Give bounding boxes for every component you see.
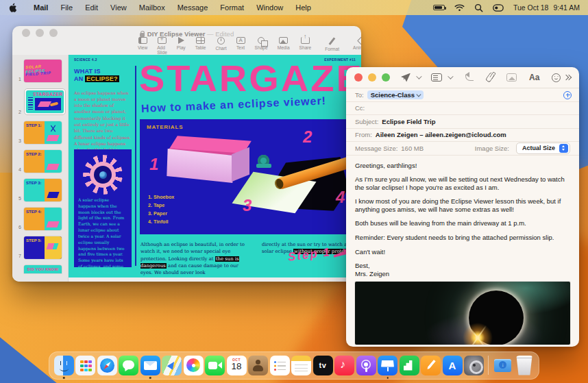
dock-item-finder[interactable] — [53, 355, 74, 375]
chart-icon — [217, 37, 225, 45]
menubar-time[interactable]: 9:41 AM — [553, 3, 580, 12]
dock-item-keynote[interactable] — [378, 355, 398, 375]
slide-3-thumbnail[interactable]: STEP 1: — [24, 121, 62, 144]
downloads-folder-icon — [493, 356, 513, 375]
finder-icon — [54, 356, 74, 375]
slide-canvas[interactable]: SCIENCE 4.2 EXPERIMENT #11 WHAT IS AN EC… — [69, 55, 361, 277]
dock-item-trash[interactable] — [514, 355, 535, 375]
from-label: From: — [355, 131, 372, 138]
slide-thumbnail-row: 3 STEP 1: — [12, 121, 68, 144]
dock-item-music[interactable] — [334, 355, 355, 375]
recipient-token[interactable]: Science-Class — [367, 90, 424, 100]
menu-mailbox[interactable]: Mailbox — [133, 3, 171, 12]
format-icon[interactable]: Aa — [529, 73, 539, 82]
dock-item-podcasts[interactable] — [356, 355, 376, 375]
emoji-icon[interactable] — [552, 73, 561, 82]
toolbar-view-button[interactable]: View — [133, 36, 152, 51]
toolbar-text-button[interactable]: Text — [232, 36, 250, 51]
add-recipient-button[interactable] — [563, 91, 572, 99]
slide-5-thumbnail[interactable]: STEP 3: — [24, 179, 62, 201]
image-size-label: Image Size: — [475, 145, 509, 152]
slide-7-thumbnail[interactable]: STEP 5: — [24, 236, 62, 259]
dock-item-pages[interactable] — [421, 355, 441, 375]
body-paragraph: I know most of you are doing the Eclipse… — [355, 197, 570, 213]
toolbar-table-button[interactable]: Table — [191, 36, 211, 51]
menu-view[interactable]: View — [104, 3, 133, 12]
dock-item-settings[interactable] — [464, 355, 485, 375]
dock-item-numbers[interactable] — [399, 355, 419, 375]
zoom-button[interactable] — [382, 73, 390, 82]
appletv-label: tv — [319, 361, 327, 369]
dock-item-calendar[interactable]: OCT 18 — [226, 355, 247, 375]
battery-icon[interactable] — [433, 5, 445, 10]
menu-help[interactable]: Help — [289, 3, 317, 12]
subject-label: Subject: — [355, 118, 378, 125]
eclipse-photo-attachment[interactable] — [355, 282, 570, 345]
menu-window[interactable]: Window — [250, 3, 289, 12]
from-field-row[interactable]: From: Aileen Zeigen – aileen.zeigen@iclo… — [346, 129, 579, 143]
menubar-date[interactable]: Tue Oct 18 — [513, 3, 549, 12]
menu-file[interactable]: File — [54, 3, 79, 12]
header-fields-chevron-icon[interactable] — [448, 73, 453, 79]
reply-icon[interactable] — [465, 75, 474, 81]
toolbar-play-button[interactable]: Play — [172, 36, 191, 51]
toolbar-format-button[interactable]: Format — [320, 36, 344, 52]
slide-thumbnail-row: 7 STEP 5: — [12, 236, 68, 259]
slide-1-thumbnail[interactable]: SOLAR ECLIPSE FIELD TRIP — [24, 60, 62, 82]
table-icon — [196, 37, 205, 44]
cc-field-row[interactable]: Cc: — [346, 102, 579, 116]
eclipse-heading-line1: WHAT IS — [74, 68, 101, 75]
dock-item-notes[interactable] — [291, 355, 312, 375]
dock-item-photos[interactable] — [183, 355, 204, 375]
slide-2-thumbnail-selected[interactable]: STARGAZER — [26, 90, 64, 113]
toolbar-share-button[interactable]: Share — [295, 36, 317, 51]
close-button[interactable] — [354, 73, 363, 82]
slide-6-thumbnail[interactable]: STEP 4: — [24, 208, 62, 230]
control-center-icon[interactable] — [493, 4, 504, 12]
menu-message[interactable]: Message — [171, 3, 215, 12]
dock-item-reminders[interactable] — [269, 355, 290, 375]
dock-item-safari[interactable] — [97, 355, 117, 375]
dock-item-contacts[interactable] — [248, 355, 269, 375]
menu-edit[interactable]: Edit — [79, 3, 104, 12]
dock-item-mail[interactable] — [140, 355, 160, 375]
trash-icon — [515, 356, 535, 375]
toolbar-shape-button[interactable]: Shape — [250, 36, 273, 51]
menu-app-name[interactable]: Mail — [27, 3, 54, 12]
dock-item-appletv[interactable]: tv — [313, 355, 333, 375]
attach-icon[interactable] — [485, 72, 495, 83]
dock-item-facetime[interactable] — [205, 355, 225, 375]
slide-4-thumbnail[interactable]: STEP 2: — [24, 150, 62, 173]
apple-menu-icon[interactable] — [8, 3, 18, 12]
dock-item-maps[interactable] — [162, 355, 182, 375]
more-icon[interactable] — [565, 75, 571, 79]
eclipse-heading-highlight: ECLIPSE? — [85, 75, 119, 82]
header-fields-icon[interactable] — [431, 73, 442, 82]
dock-item-messages[interactable] — [119, 355, 139, 375]
materials-item: 3. Paper — [148, 210, 174, 218]
dock-item-launchpad[interactable] — [75, 355, 96, 375]
image-size-select[interactable]: Actual Size — [516, 143, 570, 154]
minimize-button[interactable] — [368, 73, 376, 82]
message-body[interactable]: Greetings, earthlings! As I'm sure you a… — [346, 156, 579, 278]
wifi-icon[interactable] — [454, 3, 465, 12]
slide-number — [12, 273, 24, 273]
subject-field-row[interactable]: Subject: Eclipse Field Trip — [346, 115, 579, 129]
thumb-box — [47, 164, 60, 170]
toolbar-animate-button[interactable]: Animate — [348, 36, 361, 51]
slide-8-thumbnail[interactable]: DID YOU KNOW — [24, 265, 62, 273]
dock-item-appstore[interactable]: A — [442, 355, 463, 375]
to-field-row[interactable]: To: Science-Class — [346, 88, 579, 102]
send-options-chevron-icon[interactable] — [416, 73, 421, 79]
insert-photo-icon[interactable] — [506, 73, 517, 82]
animate-icon — [357, 36, 361, 45]
spotlight-search-icon[interactable] — [474, 3, 483, 12]
send-icon[interactable] — [401, 73, 411, 82]
dock-item-downloads[interactable] — [493, 355, 513, 375]
toolbar-chart-button[interactable]: Chart — [210, 36, 231, 51]
toolbar-media-button[interactable]: Media — [273, 36, 295, 51]
menu-format[interactable]: Format — [214, 3, 250, 12]
shoebox-side — [232, 147, 249, 182]
facetime-icon — [205, 356, 225, 375]
toolbar-add-slide-button[interactable]: Add Slide — [152, 36, 172, 55]
